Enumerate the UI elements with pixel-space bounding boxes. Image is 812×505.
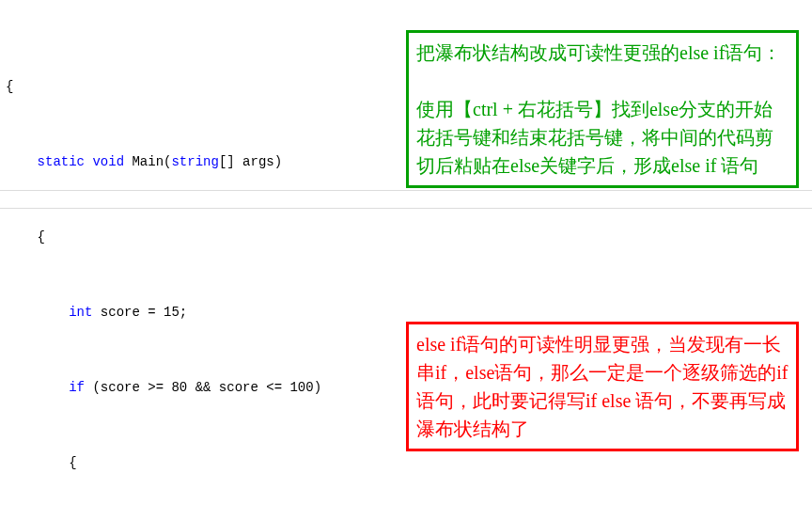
annotation-red: else if语句的可读性明显更强，当发现有一长串if，else语句，那么一定是… [406, 322, 799, 451]
code-line: { [6, 228, 812, 246]
code-line: int score = 15; [6, 303, 812, 322]
annotation-green-text: 把瀑布状结构改成可读性更强的else if语句： 使用【ctrl + 右花括号】… [416, 42, 781, 176]
code-line: { [6, 453, 812, 472]
annotation-green: 把瀑布状结构改成可读性更强的else if语句： 使用【ctrl + 右花括号】… [406, 30, 799, 188]
annotation-red-text: else if语句的可读性明显更强，当发现有一长串if，else语句，那么一定是… [416, 334, 789, 439]
current-line-highlight [0, 190, 812, 209]
